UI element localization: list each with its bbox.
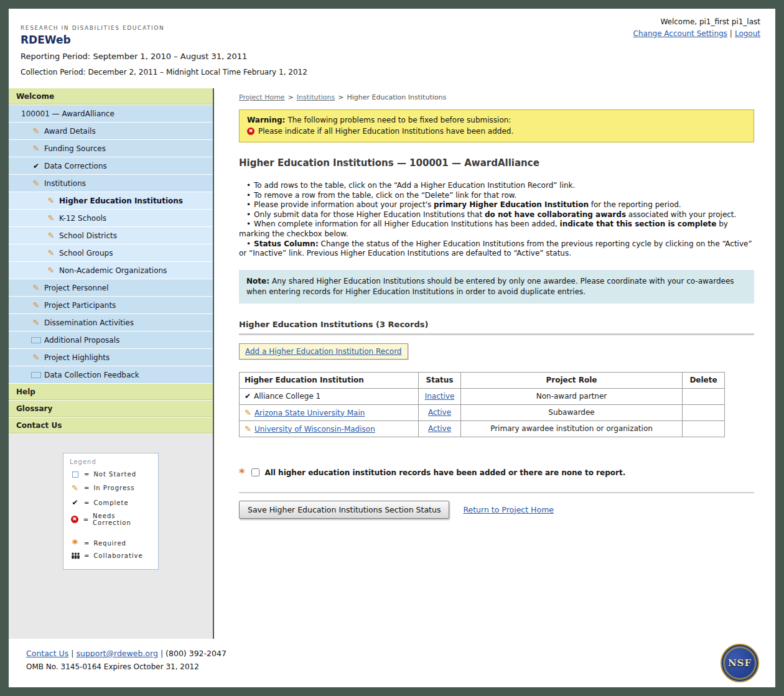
warning-issue-line: ✖Please indicate if all Higher Education… (247, 127, 746, 136)
change-account-settings-link[interactable]: Change Account Settings (633, 29, 727, 38)
sidebar-item-dissemination-activities[interactable]: ✎Dissemination Activities (9, 314, 213, 331)
sidebar-item-funding-sources[interactable]: ✎Funding Sources (9, 140, 213, 157)
pencil-icon: ✎ (46, 196, 56, 205)
collection-period: Collection Period: December 2, 2011 – Mi… (21, 68, 762, 77)
sidebar-header-glossary[interactable]: Glossary (9, 401, 213, 417)
instruction-item: •To add rows to the table, click on the … (239, 181, 754, 191)
sidebar-item-label: Project Participants (44, 301, 116, 310)
warning-banner: Warning:The following problems need to b… (239, 109, 754, 142)
instructions-list: •To add rows to the table, click on the … (239, 181, 754, 259)
divider (239, 492, 754, 493)
sidebar-item-higher-education-institutions[interactable]: ✎Higher Education Institutions (9, 192, 213, 209)
sidebar-item-institutions[interactable]: ✎Institutions (9, 175, 213, 192)
sidebar-item-school-districts[interactable]: ✎School Districts (9, 227, 213, 244)
table-row: ✎Arizona State University MainActiveSuba… (240, 404, 725, 420)
sidebar-item-label: School Districts (59, 231, 117, 240)
bullet-dot: • (246, 239, 251, 248)
status-cell: Active (419, 420, 461, 437)
page-frame: RESEARCH IN DISABILITIES EDUCATION RDEWe… (0, 0, 784, 696)
note-text: Any shared Higher Education Institutions… (246, 277, 734, 296)
note-label: Note: (246, 277, 269, 285)
sidebar-item-label: K-12 Schools (59, 214, 106, 223)
save-section-status-button[interactable]: Save Higher Education Institutions Secti… (239, 501, 449, 519)
warning-issue: Please indicate if all Higher Education … (258, 127, 513, 136)
legend-item-not-started: =Not Started (70, 471, 152, 478)
sidebar-header-contact-us[interactable]: Contact Us (9, 417, 213, 434)
sidebar-item-data-corrections[interactable]: ✔Data Corrections (9, 157, 213, 174)
sidebar-item-label: Award Details (44, 127, 96, 136)
sidebar-item-additional-proposals[interactable]: Additional Proposals (9, 332, 213, 348)
status-cell: Inactive (419, 388, 461, 404)
divider (239, 333, 754, 335)
not-started-icon (31, 337, 41, 343)
legend-item-collaborative: =Collaborative (70, 552, 152, 559)
breadcrumb-separator: > (338, 93, 343, 101)
role-cell: Non-award partner (461, 388, 683, 404)
collaborative-icon (71, 552, 80, 559)
return-to-project-home-link[interactable]: Return to Project Home (463, 505, 554, 514)
note-banner: Note:Any shared Higher Education Institu… (239, 270, 754, 304)
footer-email-link[interactable]: support@rdeweb.org (77, 649, 158, 658)
institutions-table: Higher Education InstitutionStatusProjec… (239, 372, 725, 437)
sidebar-item-data-collection-feedback[interactable]: Data Collection Feedback (9, 366, 213, 383)
pencil-icon: ✎ (31, 144, 41, 153)
sidebar-item-award-details[interactable]: ✎Award Details (9, 123, 213, 139)
legend-item-required: *=Required (70, 540, 152, 547)
legend-item-needs-correction: ✖=Needs Correction (70, 513, 152, 526)
sidebar-item-label: Higher Education Institutions (59, 197, 183, 205)
footer: Contact Us|support@rdeweb.org|(800) 392-… (9, 639, 775, 687)
pencil-icon: ✎ (31, 300, 41, 310)
sidebar-item-project-highlights[interactable]: ✎Project Highlights (9, 349, 213, 366)
role-cell: Subawardee (461, 404, 683, 420)
sidebar-item-project-participants[interactable]: ✎Project Participants (9, 297, 213, 313)
status-link[interactable]: Active (428, 424, 451, 433)
status-link[interactable]: Active (428, 408, 451, 417)
sidebar: Welcome100001 — AwardAlliance✎Award Deta… (9, 88, 214, 639)
column-header-delete: Delete (683, 372, 725, 388)
not-started-icon (31, 372, 41, 378)
institution-name: Alliance College 1 (254, 392, 320, 401)
bullet-dot: • (246, 210, 251, 219)
sidebar-item-non-academic-organizations[interactable]: ✎Non-Academic Organizations (9, 262, 213, 279)
footer-contact-line: Contact Us|support@rdeweb.org|(800) 392-… (26, 649, 760, 658)
legend-title: Legend (70, 458, 152, 465)
records-heading: Higher Education Institutions (3 Records… (239, 320, 754, 329)
logout-link[interactable]: Logout (735, 29, 760, 38)
warning-label: Warning: (247, 116, 285, 124)
sidebar-item-label: Institutions (44, 179, 86, 188)
pencil-icon: ✎ (245, 408, 251, 417)
pencil-icon: ✎ (245, 424, 251, 434)
page: RESEARCH IN DISABILITIES EDUCATION RDEWe… (9, 9, 775, 687)
institution-link[interactable]: University of Wisconsin-Madison (254, 425, 375, 434)
add-record-link[interactable]: Add a Higher Education Institution Recor… (245, 347, 402, 356)
section-complete-checkbox[interactable] (251, 468, 259, 476)
table-row: ✎University of Wisconsin-MadisonActivePr… (240, 420, 725, 437)
confirm-label: All higher education institution records… (264, 468, 625, 477)
legend-items: =Not Started✎=In Progress✔=Complete✖=Nee… (70, 471, 152, 559)
pencil-icon: ✎ (31, 179, 41, 188)
bullet-dot: • (246, 191, 251, 200)
delete-cell (683, 388, 725, 404)
breadcrumb: Project Home>Institutions>Higher Educati… (239, 93, 754, 101)
role-cell: Primary awardee institution or organizat… (461, 420, 683, 437)
legend-item-complete: ✔=Complete (70, 498, 152, 507)
breadcrumb-link[interactable]: Project Home (239, 93, 285, 101)
sidebar-item-project-personnel[interactable]: ✎Project Personnel (9, 279, 213, 296)
sidebar-lower: Legend =Not Started✎=In Progress✔=Comple… (9, 434, 213, 639)
institution-link[interactable]: Arizona State University Main (254, 409, 365, 417)
status-link[interactable]: Inactive (425, 392, 455, 401)
sidebar-item-label: School Groups (59, 249, 113, 258)
instruction-item: •Please provide information about your p… (239, 200, 754, 210)
sidebar-item-100001-awardalliance[interactable]: 100001 — AwardAlliance (9, 105, 213, 122)
sidebar-nav: Welcome100001 — AwardAlliance✎Award Deta… (9, 88, 213, 434)
sidebar-header-welcome[interactable]: Welcome (9, 88, 213, 104)
header: RESEARCH IN DISABILITIES EDUCATION RDEWe… (9, 9, 775, 88)
pencil-icon: ✎ (72, 483, 79, 493)
footer-phone: (800) 392-2047 (166, 649, 226, 658)
sidebar-header-help[interactable]: Help (9, 384, 213, 400)
bullet-dot: • (246, 220, 251, 228)
footer-contact-link[interactable]: Contact Us (26, 649, 68, 658)
breadcrumb-link[interactable]: Institutions (297, 93, 335, 101)
sidebar-item-k-12-schools[interactable]: ✎K-12 Schools (9, 210, 213, 226)
sidebar-item-school-groups[interactable]: ✎School Groups (9, 244, 213, 261)
